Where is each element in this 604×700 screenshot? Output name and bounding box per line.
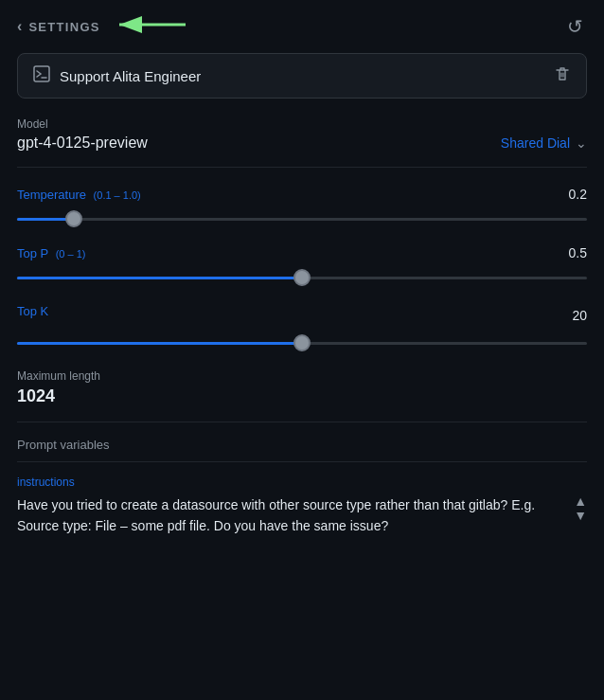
temperature-slider[interactable] [17, 209, 587, 228]
max-length-section: Maximum length 1024 [17, 369, 587, 422]
top-p-range: (0 – 1) [56, 248, 86, 260]
top-k-fill [17, 342, 302, 345]
prompt-card: Support Alita Engineer [17, 53, 587, 99]
green-arrow-icon [112, 11, 187, 38]
top-k-slider-row [17, 333, 587, 352]
arrow-down-icon: ▼ [574, 509, 587, 523]
textarea-arrows[interactable]: ▲ ▼ [574, 494, 587, 524]
top-k-group: Top K 20 [17, 304, 587, 352]
main-content: Support Alita Engineer Model gpt-4-0125-… [0, 53, 604, 601]
temperature-group: Temperature (0.1 – 1.0) 0.2 [17, 187, 587, 228]
top-k-header: Top K 20 [17, 304, 587, 326]
prompt-variables-section: Prompt variables instructions ▲ ▼ [17, 438, 587, 583]
reset-button[interactable]: ↺ [563, 11, 587, 42]
settings-label: SETTINGS [28, 20, 99, 34]
model-section: Model gpt-4-0125-preview Shared Dial ⌄ [17, 117, 587, 168]
max-length-value: 1024 [17, 386, 587, 406]
model-name: gpt-4-0125-preview [17, 135, 148, 152]
header-left: ‹ SETTINGS [17, 11, 187, 42]
back-chevron-icon: ‹ [17, 18, 23, 35]
model-row: gpt-4-0125-preview Shared Dial ⌄ [17, 135, 587, 168]
section-divider [17, 461, 587, 462]
terminal-icon [33, 65, 50, 86]
temperature-label: Temperature (0.1 – 1.0) [17, 188, 141, 202]
arrow-annotation [112, 11, 187, 42]
shared-dial-button[interactable]: Shared Dial ⌄ [501, 135, 587, 151]
max-length-label: Maximum length [17, 369, 587, 383]
top-p-label: Top P (0 – 1) [17, 246, 85, 260]
top-p-slider-row [17, 268, 587, 287]
temperature-value: 0.2 [559, 187, 587, 202]
arrow-up-icon: ▲ [574, 494, 587, 509]
prompt-variables-label: Prompt variables [17, 438, 587, 452]
model-label: Model [17, 117, 587, 131]
top-k-label: Top K [17, 304, 48, 318]
var-instructions-label: instructions [17, 476, 587, 489]
top-k-thumb[interactable] [293, 334, 311, 351]
back-button[interactable]: ‹ SETTINGS [17, 18, 100, 35]
header: ‹ SETTINGS ↺ [0, 0, 604, 53]
top-k-value: 20 [559, 308, 587, 323]
shared-dial-label: Shared Dial [501, 135, 570, 151]
prompt-name: Support Alita Engineer [60, 68, 201, 84]
top-p-header: Top P (0 – 1) 0.5 [17, 245, 587, 260]
top-p-fill [17, 277, 302, 279]
temperature-thumb[interactable] [65, 210, 82, 227]
temperature-header: Temperature (0.1 – 1.0) 0.2 [17, 187, 587, 202]
top-k-slider[interactable] [17, 333, 587, 352]
prompt-card-left: Support Alita Engineer [33, 65, 201, 86]
instructions-textarea[interactable] [17, 494, 587, 580]
delete-button[interactable] [554, 65, 571, 86]
top-p-thumb[interactable] [293, 269, 311, 286]
top-p-slider[interactable] [17, 268, 587, 287]
top-p-group: Top P (0 – 1) 0.5 [17, 245, 587, 287]
temperature-range: (0.1 – 1.0) [94, 189, 141, 201]
var-instructions-wrapper: ▲ ▼ [17, 494, 587, 583]
temperature-slider-row [17, 209, 587, 228]
chevron-down-icon: ⌄ [576, 135, 587, 151]
sliders-section: Temperature (0.1 – 1.0) 0.2 Top P [17, 171, 587, 352]
top-p-value: 0.5 [559, 245, 587, 260]
